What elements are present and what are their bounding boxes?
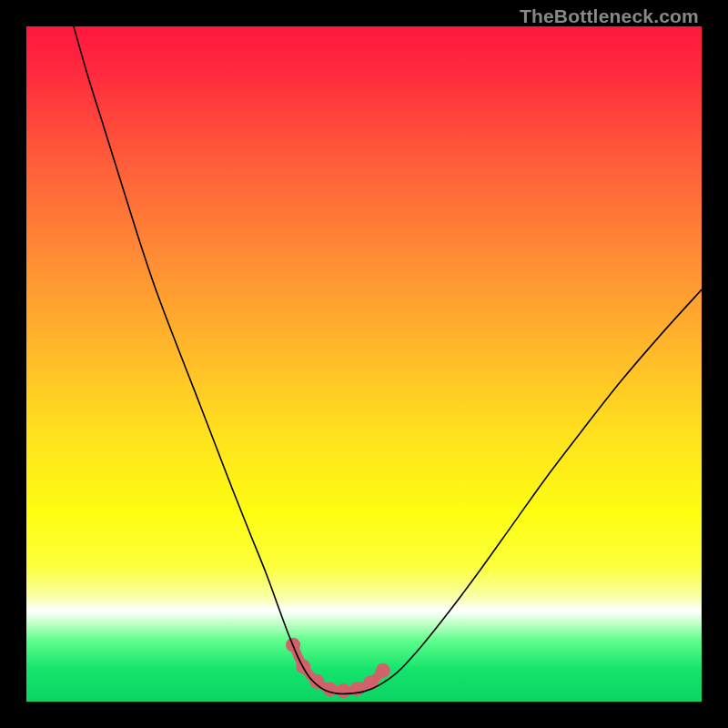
bottom-marker-dot	[323, 682, 338, 697]
watermark-text: TheBottleneck.com	[520, 5, 699, 27]
chart-frame: TheBottleneck.com	[0, 0, 728, 728]
bottom-marker-dot	[309, 674, 324, 689]
bottom-marker-dots	[286, 638, 390, 698]
bottom-marker-dot	[376, 663, 390, 678]
bottleneck-curve	[74, 26, 702, 694]
plot-area	[26, 26, 702, 702]
bottom-marker-dot	[337, 683, 351, 698]
curve-layer	[26, 26, 702, 702]
